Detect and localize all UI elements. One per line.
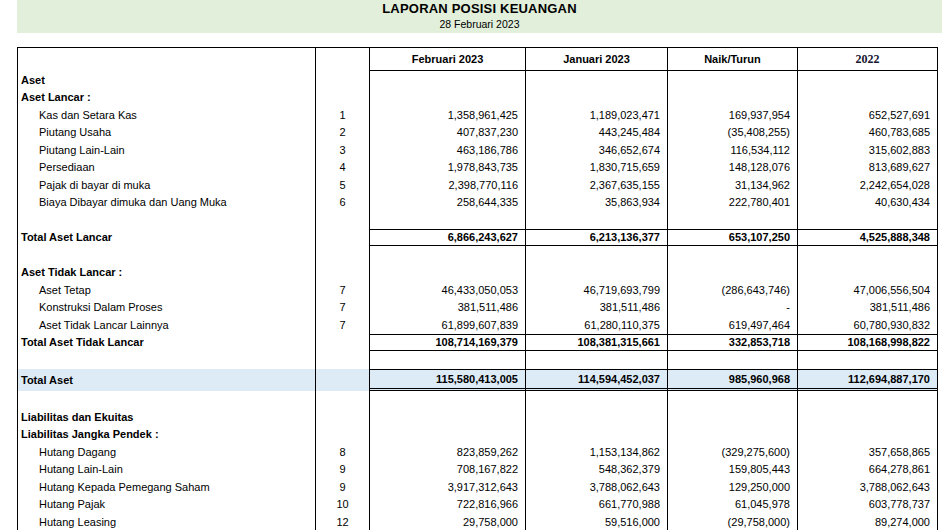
value-cell-feb2023: 407,837,230 [370, 124, 526, 142]
row-label-cell: Kas dan Setara Kas [18, 106, 316, 124]
table-row: Total Aset115,580,413,005114,594,452,037… [18, 369, 937, 391]
value-cell-jan2023: 3,788,062,643 [526, 478, 668, 496]
value-cell-jan2023 [526, 246, 668, 264]
value-cell-feb2023 [370, 246, 526, 264]
column-header-2022: 2022 [798, 48, 937, 71]
row-label-cell [18, 246, 316, 264]
row-note-cell [316, 426, 370, 444]
row-note-cell [316, 408, 370, 426]
value-cell-naik-turun: (329,275,600) [668, 443, 798, 461]
table-row: Hutang Lain-Lain9708,167,822548,362,3791… [18, 461, 937, 479]
row-note-cell: 4 [316, 159, 370, 177]
value-cell-jan2023: 61,280,110,375 [526, 316, 668, 334]
value-cell-feb2023 [370, 211, 526, 229]
row-note-cell [316, 229, 370, 247]
value-cell-2022: 3,788,062,643 [798, 478, 937, 496]
row-note-cell: 7 [316, 281, 370, 299]
row-note-cell [316, 391, 370, 409]
row-label-cell: Biaya Dibayar dimuka dan Uang Muka [18, 194, 316, 212]
row-label-cell [18, 391, 316, 409]
value-cell-jan2023: 346,652,674 [526, 141, 668, 159]
row-label-cell: Hutang Leasing [18, 513, 316, 530]
value-cell-naik-turun: 222,780,401 [668, 194, 798, 212]
table-row: Aset [18, 71, 937, 89]
financial-table: Februari 2023Januari 2023Naik/Turun2022A… [17, 47, 938, 530]
table-row: Piutang Lain-Lain3463,186,786346,652,674… [18, 141, 937, 159]
value-cell-2022: 112,694,887,170 [798, 369, 937, 391]
table-header-row: Februari 2023Januari 2023Naik/Turun2022 [18, 48, 937, 71]
row-note-cell: 9 [316, 478, 370, 496]
column-header-naik-turun: Naik/Turun [668, 48, 798, 71]
row-label-cell [18, 211, 316, 229]
value-cell-jan2023: 381,511,486 [526, 299, 668, 317]
value-cell-jan2023: 443,245,484 [526, 124, 668, 142]
value-cell-feb2023: 1,358,961,425 [370, 106, 526, 124]
value-cell-naik-turun [668, 391, 798, 409]
value-cell-2022 [798, 351, 937, 369]
value-cell-jan2023: 2,367,635,155 [526, 176, 668, 194]
report-header-band: LAPORAN POSISI KEUANGAN 28 Februari 2023 [17, 0, 942, 33]
value-cell-naik-turun: 31,134,962 [668, 176, 798, 194]
row-label-cell [18, 351, 316, 369]
value-cell-feb2023: 108,714,169,379 [370, 334, 526, 352]
value-cell-feb2023: 115,580,413,005 [370, 369, 526, 391]
row-note-cell [316, 351, 370, 369]
value-cell-feb2023: 29,758,000 [370, 513, 526, 530]
value-cell-feb2023: 722,816,966 [370, 496, 526, 514]
row-label-cell: Aset Tetap [18, 281, 316, 299]
value-cell-jan2023: 1,189,023,471 [526, 106, 668, 124]
value-cell-feb2023: 3,917,312,643 [370, 478, 526, 496]
value-cell-feb2023: 1,978,843,735 [370, 159, 526, 177]
value-cell-feb2023 [370, 426, 526, 444]
row-label-cell: Aset Lancar : [18, 89, 316, 107]
value-cell-2022: 315,602,883 [798, 141, 937, 159]
value-cell-jan2023: 548,362,379 [526, 461, 668, 479]
table-row: Konstruksi Dalam Proses7381,511,486381,5… [18, 299, 937, 317]
value-cell-jan2023: 114,594,452,037 [526, 369, 668, 391]
value-cell-2022: 652,527,691 [798, 106, 937, 124]
value-cell-jan2023 [526, 408, 668, 426]
table-row: Total Aset Tidak Lancar108,714,169,37910… [18, 334, 937, 352]
value-cell-feb2023 [370, 264, 526, 282]
value-cell-feb2023: 823,859,262 [370, 443, 526, 461]
table-row: Hutang Pajak10722,816,966661,770,98861,0… [18, 496, 937, 514]
value-cell-naik-turun [668, 211, 798, 229]
value-cell-feb2023 [370, 351, 526, 369]
table-row: Total Aset Lancar6,866,243,6276,213,136,… [18, 229, 937, 247]
value-cell-feb2023 [370, 71, 526, 89]
value-cell-2022: 108,168,998,822 [798, 334, 937, 352]
value-cell-jan2023: 1,830,715,659 [526, 159, 668, 177]
value-cell-naik-turun [668, 264, 798, 282]
value-cell-naik-turun: 129,250,000 [668, 478, 798, 496]
row-label-cell: Piutang Usaha [18, 124, 316, 142]
row-label-cell: Total Aset Lancar [18, 229, 316, 247]
value-cell-naik-turun [668, 89, 798, 107]
value-cell-2022 [798, 264, 937, 282]
value-cell-2022: 2,242,654,028 [798, 176, 937, 194]
value-cell-naik-turun: 169,937,954 [668, 106, 798, 124]
report-title: LAPORAN POSISI KEUANGAN [17, 0, 942, 16]
row-label-cell: Pajak di bayar di muka [18, 176, 316, 194]
value-cell-jan2023: 59,516,000 [526, 513, 668, 530]
row-note-cell: 7 [316, 316, 370, 334]
row-note-cell: 5 [316, 176, 370, 194]
value-cell-feb2023 [370, 408, 526, 426]
value-cell-naik-turun: 159,805,443 [668, 461, 798, 479]
value-cell-naik-turun [668, 246, 798, 264]
value-cell-naik-turun: 61,045,978 [668, 496, 798, 514]
value-cell-feb2023 [370, 89, 526, 107]
row-note-cell: 9 [316, 461, 370, 479]
value-cell-jan2023: 46,719,693,799 [526, 281, 668, 299]
row-label-cell: Total Aset Tidak Lancar [18, 334, 316, 352]
row-label-cell: Persediaan [18, 159, 316, 177]
row-label-cell: Hutang Kepada Pemegang Saham [18, 478, 316, 496]
value-cell-naik-turun: (35,408,255) [668, 124, 798, 142]
value-cell-jan2023: 35,863,934 [526, 194, 668, 212]
table-row: Pajak di bayar di muka52,398,770,1162,36… [18, 176, 937, 194]
value-cell-2022 [798, 211, 937, 229]
value-cell-2022: 89,274,000 [798, 513, 937, 530]
value-cell-jan2023: 108,381,315,661 [526, 334, 668, 352]
value-cell-naik-turun [668, 408, 798, 426]
row-note-cell [316, 264, 370, 282]
value-cell-feb2023: 708,167,822 [370, 461, 526, 479]
